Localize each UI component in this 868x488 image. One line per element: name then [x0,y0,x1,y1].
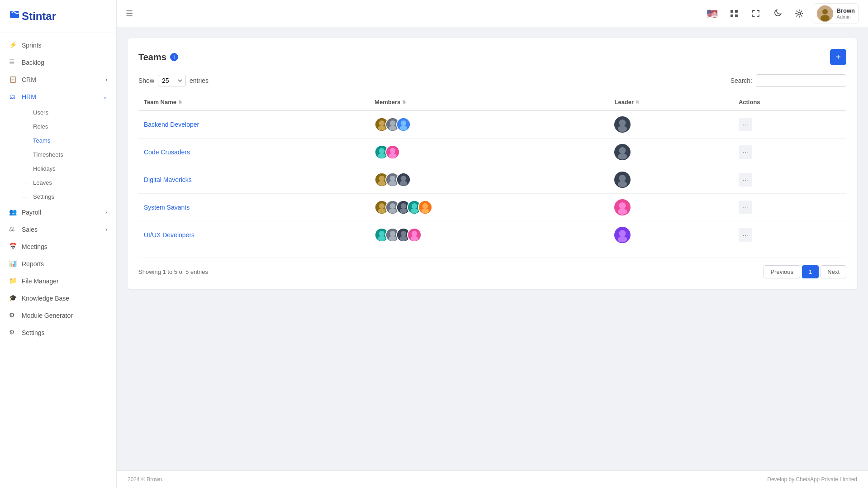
sub-item-label: Holidays [33,165,56,172]
sidebar-item-payroll[interactable]: 👥 Payroll › [0,204,116,221]
sub-item-label: Timesheets [33,151,63,158]
table-row: Digital Mavericks ··· [138,166,846,194]
sidebar-item-roles[interactable]: Roles [0,120,116,134]
svg-point-24 [378,153,386,158]
svg-point-8 [822,9,828,14]
sidebar-item-crm[interactable]: 📋 CRM › [0,71,116,88]
sidebar-item-timesheets[interactable]: Timesheets [0,148,116,162]
sidebar-item-leaves[interactable]: Leaves [0,176,116,190]
teams-table: Team Name ⇅ Members ⇅ Le [138,94,846,249]
page-title: Teams [138,52,166,62]
search-input[interactable] [756,74,846,87]
fullscreen-icon[interactable] [748,5,764,22]
page-1-button[interactable]: 1 [802,265,819,278]
sidebar-item-hrm-settings[interactable]: Settings [0,190,116,204]
next-button[interactable]: Next [821,265,846,278]
sidebar-item-file-manager[interactable]: 📁 File Manager [0,273,116,290]
team-name-cell: Code Crusaders [138,139,369,166]
sidebar-item-sprints[interactable]: ⚡ Sprints [0,37,116,54]
menu-toggle-icon[interactable]: ☰ [126,9,133,19]
sidebar-item-module-generator[interactable]: ⚙ Module Generator [0,307,116,324]
sidebar-item-users[interactable]: Users [0,105,116,120]
info-icon[interactable]: i [170,53,178,61]
svg-point-56 [422,203,428,209]
col-team-name: Team Name ⇅ [138,94,369,110]
show-label: Show [138,77,154,84]
team-name-cell: Backend Developer [138,110,369,139]
copyright-text: 2024 © Brown. [128,476,164,483]
svg-point-74 [619,230,626,237]
leader-cell [609,110,733,139]
svg-point-39 [400,181,408,186]
sort-icon: ⇅ [636,100,639,105]
pagination-row: Showing 1 to 5 of 5 entries Previous 1 N… [138,258,846,278]
row-action-button[interactable]: ··· [739,173,752,187]
svg-point-36 [389,181,397,186]
sidebar-item-hrm[interactable]: 🗂 HRM ⌄ [0,88,116,105]
actions-cell: ··· [733,110,846,139]
row-action-button[interactable]: ··· [739,118,752,131]
user-name: Brown [837,7,855,14]
leader-avatar [614,116,631,133]
chevron-right-icon: › [105,77,107,83]
sidebar-item-meetings[interactable]: 📅 Meetings [0,238,116,255]
entries-label: entries [190,77,209,84]
logo-area: Stintar [0,0,116,33]
gear-settings-icon[interactable] [791,5,807,22]
backlog-icon: ☰ [9,58,17,67]
sub-item-label: Settings [33,193,54,200]
sidebar-item-label: File Manager [22,277,59,285]
sidebar: Stintar ⚡ Sprints ☰ Backlog 📋 CRM › 🗂 HR… [0,0,117,488]
row-action-button[interactable]: ··· [739,145,752,159]
svg-point-63 [378,236,386,241]
leader-cell [609,194,733,221]
svg-point-26 [390,148,395,153]
svg-text:Stintar: Stintar [22,10,56,22]
language-flag: 🇺🇸 [707,8,718,19]
svg-point-44 [379,203,384,209]
sidebar-item-label: Backlog [22,59,44,66]
user-menu[interactable]: Brown Admin [813,3,859,24]
flag-icon[interactable]: 🇺🇸 [704,5,721,22]
logo: Stintar [9,7,63,25]
row-action-button[interactable]: ··· [739,201,752,214]
dark-mode-icon[interactable] [769,5,786,22]
svg-point-41 [619,175,626,182]
members-cell [369,166,609,194]
topbar: ☰ 🇺🇸 [117,0,868,27]
previous-button[interactable]: Previous [764,265,800,278]
sidebar-item-sales[interactable]: ⚖ Sales › [0,221,116,238]
svg-point-59 [619,202,626,209]
sub-item-label: Roles [33,123,48,130]
svg-point-48 [389,208,397,213]
sidebar-item-knowledge-base[interactable]: 🎓 Knowledge Base [0,290,116,307]
row-action-button[interactable]: ··· [739,228,752,242]
page-title-row: Teams i [138,52,178,62]
col-leader: Leader ⇅ [609,94,733,110]
sales-icon: ⚖ [9,225,17,234]
main-area: ☰ 🇺🇸 [117,0,868,488]
sidebar-item-settings[interactable]: ⚙ Settings [0,324,116,341]
sidebar-item-backlog[interactable]: ☰ Backlog [0,54,116,71]
member-avatar [407,228,422,242]
entries-select[interactable]: 10 25 50 100 [158,75,186,86]
svg-rect-5 [735,14,738,17]
crm-icon: 📋 [9,76,17,84]
add-team-button[interactable]: + [830,49,846,65]
sidebar-item-label: Meetings [22,243,47,250]
svg-point-18 [400,125,408,130]
actions-cell: ··· [733,221,846,249]
hrm-icon: 🗂 [9,93,17,101]
sidebar-item-reports[interactable]: 📊 Reports [0,255,116,273]
table-row: System Savants ··· [138,194,846,221]
sidebar-item-teams[interactable]: Teams [0,134,116,148]
apps-grid-icon[interactable] [726,5,742,22]
sidebar-item-holidays[interactable]: Holidays [0,162,116,176]
knowledge-base-icon: 🎓 [9,294,17,302]
user-info: Brown Admin [837,7,855,19]
leader-cell [609,166,733,194]
svg-point-72 [411,236,418,241]
svg-point-68 [401,231,406,236]
svg-point-29 [619,147,626,154]
avatar [817,5,833,22]
